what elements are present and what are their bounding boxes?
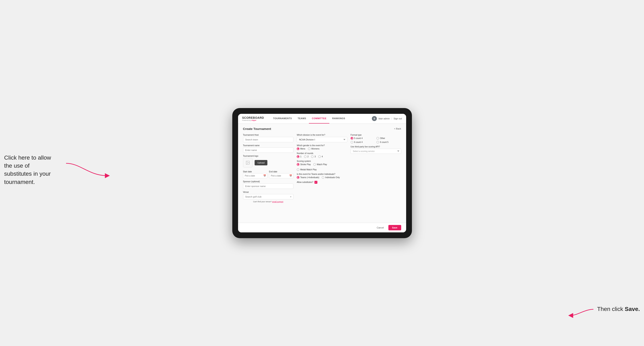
svg-point-1 [247, 162, 247, 162]
end-date-wrap: 📅 [269, 173, 294, 178]
format-5count4[interactable]: 5 count 4 [350, 137, 375, 140]
page-header: Create Tournament < Back [243, 127, 401, 131]
round-1[interactable]: 1 [297, 155, 302, 158]
rounds-radio-group: 1 2 3 4 [297, 155, 347, 158]
scoring-api-label: Use third-party live scoring API? [350, 146, 401, 148]
cancel-button[interactable]: Cancel [374, 225, 386, 230]
tournament-logo-group: Tournament logo Upload [243, 155, 294, 168]
format-6count5[interactable]: 6 count 5 [376, 141, 401, 144]
check-icon: ✓ [315, 181, 317, 183]
individuals-only[interactable]: Individuals Only [322, 176, 340, 179]
form-grid: Tournament Host Tournament name Tourname… [243, 134, 401, 203]
format-6count5-radio[interactable] [376, 141, 379, 144]
format-other-radio[interactable] [376, 137, 379, 140]
venue-chevron-icon: ▼ [290, 195, 292, 198]
tablet-frame: SCOREBOARD Powered by clippd TOURNAMENTS… [232, 108, 412, 238]
gender-womens[interactable]: Womens [308, 148, 320, 150]
tournament-name-group: Tournament name [243, 144, 294, 153]
logo-upload-area: Upload [243, 158, 294, 168]
venue-help: Can't find your venue? email support [243, 201, 294, 203]
venue-input[interactable] [243, 194, 294, 199]
scoring-match[interactable]: Match Play [313, 163, 327, 166]
email-support-link[interactable]: email support [272, 201, 283, 203]
division-select[interactable]: NCAA Division I NCAA Division II NCAA Di… [297, 137, 347, 142]
calendar-icon: 📅 [263, 174, 266, 177]
format-6count4[interactable]: 6 count 4 [350, 141, 375, 144]
format-label: Format type [350, 134, 401, 136]
tournament-name-label: Tournament name [243, 144, 294, 147]
substitutes-checkbox[interactable]: ✓ [314, 181, 317, 184]
round-2[interactable]: 2 [304, 155, 309, 158]
teams-radio[interactable] [297, 176, 300, 179]
sign-out-link[interactable]: Sign out [394, 117, 402, 120]
substitutes-group: Allow substitutes? ✓ [297, 181, 347, 184]
round-4-radio[interactable] [318, 155, 321, 158]
form-col-3: Format type 5 count 4 Other [350, 134, 401, 203]
sponsor-label: Sponsor (optional) [243, 180, 294, 183]
individuals-radio[interactable] [322, 176, 324, 179]
scoring-stroke-radio[interactable] [297, 163, 300, 166]
format-other[interactable]: Other [376, 137, 401, 140]
tournament-host-input[interactable] [243, 137, 294, 142]
scoring-medal-radio[interactable] [297, 168, 300, 171]
gender-womens-radio[interactable] [308, 148, 310, 150]
scoring-stroke[interactable]: Stroke Play [297, 163, 311, 166]
user-menu: B blair admin | Sign out [372, 116, 402, 121]
logo-preview [243, 158, 252, 168]
teams-radio-group: Teams (+Individuals) Individuals Only [297, 176, 347, 179]
gender-radio-group: Mens Womens [297, 148, 347, 150]
page-content: Create Tournament < Back Tournament Host… [238, 124, 406, 223]
substitutes-checkbox-group: Allow substitutes? ✓ [297, 181, 347, 184]
scoring-radio-group: Stroke Play Match Play Medal Match Play [297, 163, 347, 171]
gender-label: Which gender is the event for? [297, 144, 347, 147]
save-button[interactable]: Save [388, 225, 401, 230]
sponsor-group: Sponsor (optional) [243, 180, 294, 189]
division-label: Which division is the event for? [297, 134, 347, 136]
tournament-name-input[interactable] [243, 148, 294, 153]
gender-mens-radio[interactable] [297, 148, 300, 150]
scoring-service-select[interactable]: Select a scoring service [350, 149, 401, 154]
form-col-2: Which division is the event for? NCAA Di… [297, 134, 347, 203]
format-5count4-radio[interactable] [350, 137, 353, 140]
round-3-radio[interactable] [311, 155, 314, 158]
scoring-medal[interactable]: Medal Match Play [297, 168, 316, 171]
round-4[interactable]: 4 [318, 155, 323, 158]
venue-label: Venue [243, 191, 294, 193]
arrow-left-svg [64, 161, 112, 178]
nav-tabs: TOURNAMENTS TEAMS COMMITTEE RANKINGS [270, 114, 372, 124]
calendar-end-icon: 📅 [289, 174, 292, 177]
substitutes-label: Allow substitutes? [297, 181, 313, 183]
tournament-host-group: Tournament Host [243, 134, 294, 142]
format-6count4-radio[interactable] [350, 141, 353, 144]
sponsor-input[interactable] [243, 183, 294, 189]
upload-button[interactable]: Upload [254, 160, 268, 165]
end-date-label: End date [269, 171, 277, 173]
logo-scoreboard: SCOREBOARD [242, 116, 264, 119]
end-date-group: End date 📅 [269, 170, 294, 178]
division-group: Which division is the event for? NCAA Di… [297, 134, 347, 142]
tournament-host-label: Tournament Host [243, 134, 294, 136]
tab-rankings[interactable]: RANKINGS [329, 114, 348, 124]
tab-committee[interactable]: COMMITTEE [309, 114, 329, 124]
round-2-radio[interactable] [304, 155, 306, 158]
bottom-bar: Cancel Save [238, 223, 406, 232]
gender-mens[interactable]: Mens [297, 148, 305, 150]
format-group: Format type 5 count 4 Other [350, 134, 401, 144]
date-row: Start date 📅 End date 📅 [243, 170, 294, 178]
rounds-group: Number of rounds 1 2 [297, 152, 347, 158]
scoring-match-radio[interactable] [313, 163, 316, 166]
teams-individuals[interactable]: Teams (+Individuals) [297, 176, 319, 179]
round-3[interactable]: 3 [311, 155, 316, 158]
tab-teams[interactable]: TEAMS [295, 114, 309, 124]
start-date-wrap: 📅 [243, 173, 268, 178]
gender-group: Which gender is the event for? Mens Wome… [297, 144, 347, 150]
back-button[interactable]: < Back [394, 127, 401, 130]
format-options: 5 count 4 Other 6 count 4 [350, 137, 401, 144]
start-date-label: Start date [243, 171, 252, 173]
teams-group: Is this event for Teams and/or Individua… [297, 173, 347, 179]
venue-group: Venue ▼ Can't find your venue? email sup… [243, 191, 294, 203]
round-1-radio[interactable] [297, 155, 300, 158]
username: blair admin [378, 117, 390, 120]
tab-tournaments[interactable]: TOURNAMENTS [270, 114, 295, 124]
tablet-screen: SCOREBOARD Powered by clippd TOURNAMENTS… [238, 114, 406, 232]
